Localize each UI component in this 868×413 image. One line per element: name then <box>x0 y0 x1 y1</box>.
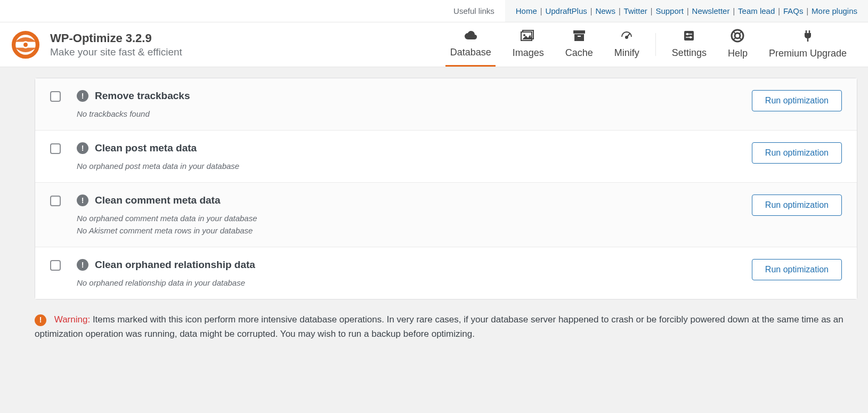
exclamation-icon: ! <box>77 259 88 271</box>
svg-rect-7 <box>574 34 584 41</box>
gauge-icon <box>619 29 634 44</box>
optimization-panel: ! Remove trackbacks No trackbacks found … <box>35 78 857 299</box>
wp-optimize-logo <box>11 30 40 60</box>
run-optimization-button[interactable]: Run optimization <box>752 90 842 111</box>
optimization-desc: No trackbacks found <box>77 109 741 118</box>
link-home[interactable]: Home <box>516 6 537 15</box>
brand: WP-Optimize 3.2.9 Make your site fast & … <box>11 23 182 66</box>
optimization-title: Remove trackbacks <box>95 90 190 102</box>
nav-settings[interactable]: Settings <box>661 22 717 67</box>
exclamation-icon: ! <box>77 195 88 206</box>
link-updraftplus[interactable]: UpdraftPlus <box>545 6 587 15</box>
nav-minify[interactable]: Minify <box>604 22 650 67</box>
checkbox-clean-orphaned-relationship[interactable] <box>50 260 61 271</box>
svg-point-17 <box>735 33 740 38</box>
nav-divider <box>655 33 656 56</box>
optimization-row-clean-comment-meta: ! Clean comment meta data No orphaned co… <box>35 183 857 247</box>
link-twitter[interactable]: Twitter <box>624 6 647 15</box>
link-news[interactable]: News <box>595 6 615 15</box>
run-optimization-button[interactable]: Run optimization <box>752 259 842 280</box>
link-support[interactable]: Support <box>655 6 684 15</box>
archive-icon <box>572 29 586 44</box>
nav-label: Minify <box>614 47 639 59</box>
content: ! Remove trackbacks No trackbacks found … <box>0 67 868 357</box>
main-nav: Database Images Cache Minify Settings <box>440 22 857 67</box>
link-team-lead[interactable]: Team lead <box>738 6 775 15</box>
run-optimization-button[interactable]: Run optimization <box>752 195 842 216</box>
optimization-row-remove-trackbacks: ! Remove trackbacks No trackbacks found … <box>35 78 857 131</box>
svg-rect-11 <box>684 31 694 41</box>
nav-label: Cache <box>565 47 593 59</box>
optimization-desc: No orphaned comment meta data in your da… <box>77 214 741 223</box>
svg-rect-8 <box>578 36 581 37</box>
optimization-row-clean-orphaned-relationship: ! Clean orphaned relationship data No or… <box>35 247 857 299</box>
useful-links-list: Home| UpdraftPlus| News| Twitter| Suppor… <box>505 0 868 22</box>
svg-line-19 <box>740 31 742 34</box>
run-optimization-button[interactable]: Run optimization <box>752 142 842 164</box>
top-bar: Useful links Home| UpdraftPlus| News| Tw… <box>0 0 868 22</box>
svg-line-18 <box>733 31 735 34</box>
images-icon <box>521 29 536 44</box>
nav-database[interactable]: Database <box>440 22 502 67</box>
optimization-title: Clean comment meta data <box>95 195 220 206</box>
exclamation-icon: ! <box>77 142 88 154</box>
optimization-desc: No orphaned relationship data in your da… <box>77 278 741 287</box>
exclamation-icon: ! <box>35 314 46 326</box>
nav-premium-upgrade[interactable]: Premium Upgrade <box>758 22 857 67</box>
nav-label: Database <box>450 47 491 58</box>
checkbox-remove-trackbacks[interactable] <box>50 91 61 102</box>
warning-label: Warning: <box>54 314 90 325</box>
nav-help[interactable]: Help <box>717 22 758 67</box>
exclamation-icon: ! <box>77 90 88 102</box>
link-faqs[interactable]: FAQs <box>783 6 804 15</box>
svg-rect-6 <box>573 30 585 34</box>
svg-line-20 <box>733 38 735 40</box>
svg-line-10 <box>627 34 630 37</box>
optimization-desc: No orphaned post meta data in your datab… <box>77 161 741 171</box>
checkbox-clean-comment-meta[interactable] <box>50 196 61 206</box>
cloud-icon <box>463 30 478 44</box>
link-newsletter[interactable]: Newsletter <box>692 6 730 15</box>
nav-label: Settings <box>672 47 707 59</box>
nav-label: Premium Upgrade <box>769 48 847 59</box>
svg-point-2 <box>23 43 28 47</box>
header: WP-Optimize 3.2.9 Make your site fast & … <box>0 22 868 67</box>
nav-cache[interactable]: Cache <box>555 22 604 67</box>
useful-links-label: Useful links <box>443 0 505 22</box>
app-title: WP-Optimize 3.2.9 <box>50 31 182 45</box>
warning-box: ! Warning: Items marked with this icon p… <box>11 299 857 341</box>
app-tagline: Make your site fast & efficient <box>50 46 182 58</box>
svg-line-21 <box>740 38 742 40</box>
optimization-desc: No Akismet comment meta rows in your dat… <box>77 226 741 235</box>
plug-icon <box>801 29 815 45</box>
nav-label: Help <box>728 48 748 59</box>
checkbox-clean-post-meta[interactable] <box>50 143 61 154</box>
nav-images[interactable]: Images <box>502 22 555 67</box>
link-more-plugins[interactable]: More plugins <box>812 6 857 15</box>
brand-text: WP-Optimize 3.2.9 Make your site fast & … <box>50 31 182 58</box>
sliders-icon <box>683 29 695 44</box>
warning-text: Items marked with this icon perform more… <box>35 314 843 339</box>
life-ring-icon <box>731 29 744 45</box>
nav-label: Images <box>513 47 544 59</box>
optimization-row-clean-post-meta: ! Clean post meta data No orphaned post … <box>35 131 857 183</box>
svg-point-5 <box>523 34 525 36</box>
optimization-title: Clean post meta data <box>95 142 197 154</box>
optimization-title: Clean orphaned relationship data <box>95 259 255 271</box>
